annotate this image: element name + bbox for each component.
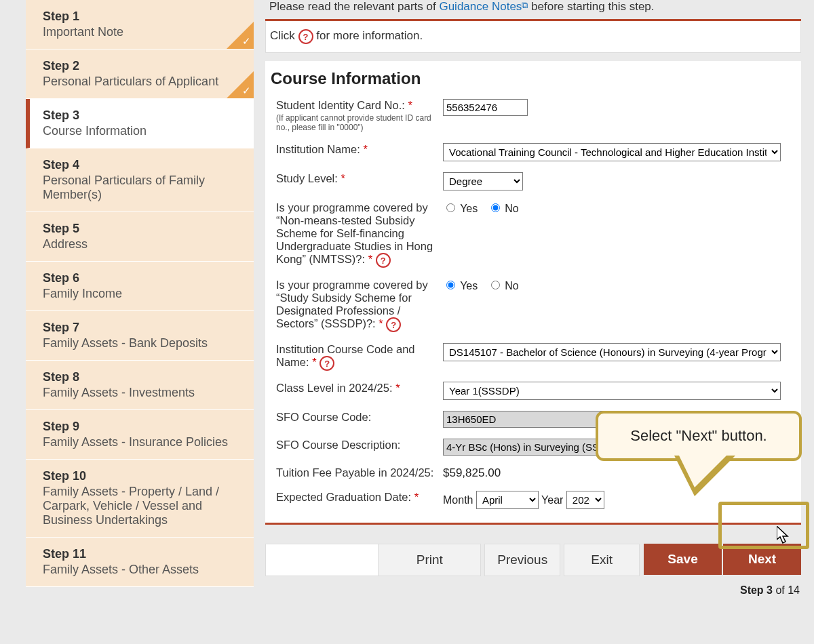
row-grad: Expected Graduation Date: * Month April … xyxy=(276,485,796,515)
class-level-select[interactable]: Year 1(SSSDP) xyxy=(443,382,781,400)
print-button[interactable]: Print xyxy=(378,544,481,576)
grad-year-select[interactable]: 2026 xyxy=(566,491,604,509)
year-label: Year xyxy=(541,494,563,506)
exit-button[interactable]: Exit xyxy=(564,544,640,576)
step-title: Family Assets - Property / Land / Carpar… xyxy=(43,485,240,527)
radio-nmtss-yes-label[interactable]: Yes xyxy=(443,203,478,214)
course-form: Student Identity Card No.: * (If applica… xyxy=(265,94,801,525)
label-institution: Institution Name: * xyxy=(276,143,443,156)
sidebar-step-10[interactable]: Step 10 Family Assets - Property / Land … xyxy=(26,460,254,538)
step-title: Personal Particulars of Family Member(s) xyxy=(43,174,240,202)
label-course-code: Institution Course Code and Name: * ? xyxy=(276,343,443,371)
label-grad: Expected Graduation Date: * xyxy=(276,491,443,504)
month-label: Month xyxy=(443,494,473,506)
info-pre: Click xyxy=(270,29,298,42)
required-mark: * xyxy=(363,143,367,155)
step-num: Step 8 xyxy=(43,370,240,384)
step-title: Address xyxy=(43,237,240,251)
field-grad: Month April Year 2026 xyxy=(443,491,796,509)
previous-button[interactable]: Previous xyxy=(484,544,560,576)
step-current: Step 3 xyxy=(740,584,773,596)
label-study-level: Study Level: * xyxy=(276,172,443,185)
sidebar-step-5[interactable]: Step 5 Address xyxy=(26,212,254,262)
field-class-level: Year 1(SSSDP) xyxy=(443,382,796,400)
sidebar-step-2[interactable]: Step 2 Personal Particulars of Applicant… xyxy=(26,49,254,99)
step-num: Step 6 xyxy=(43,271,240,285)
field-sfo-code xyxy=(443,411,796,428)
student-id-input[interactable] xyxy=(443,99,528,116)
button-label: Next xyxy=(748,552,776,567)
radio-nmtss-no-label[interactable]: No xyxy=(488,203,519,214)
sidebar-step-4[interactable]: Step 4 Personal Particulars of Family Me… xyxy=(26,148,254,212)
step-num: Step 1 xyxy=(43,9,240,24)
label-sub: (If applicant cannot provide student ID … xyxy=(276,113,438,132)
sidebar-step-11[interactable]: Step 11 Family Assets - Other Assets xyxy=(26,538,254,587)
required-mark: * xyxy=(379,317,383,329)
sidebar-step-8[interactable]: Step 8 Family Assets - Investments xyxy=(26,361,254,410)
sidebar-step-9[interactable]: Step 9 Family Assets - Insurance Policie… xyxy=(26,410,254,460)
label-text: Institution Name: xyxy=(276,143,360,155)
sfo-desc-input xyxy=(443,439,762,456)
save-button[interactable]: Save xyxy=(644,544,722,575)
field-nmtss: Yes No xyxy=(443,201,796,215)
required-mark: * xyxy=(341,172,345,184)
main-content: Please read the relevant parts of Guidan… xyxy=(265,0,801,597)
study-level-select[interactable]: Degree xyxy=(443,172,523,190)
step-num: Step 10 xyxy=(43,469,240,483)
step-title: Family Income xyxy=(43,287,240,301)
step-num: Step 9 xyxy=(43,420,240,434)
radio-sssdp-no[interactable] xyxy=(491,281,500,289)
button-label: Save xyxy=(667,552,697,567)
button-label: Previous xyxy=(497,552,547,567)
field-study-level: Degree xyxy=(443,172,796,190)
step-title: Family Assets - Bank Deposits xyxy=(43,336,240,350)
label-text: Class Level in 2024/25: xyxy=(276,382,393,394)
external-link-icon: ⧉ xyxy=(522,0,528,10)
label-sssdp: Is your programme covered by “Study Subs… xyxy=(276,279,443,332)
check-icon: ✓ xyxy=(242,85,251,97)
guidance-link[interactable]: Guidance Notes⧉ xyxy=(439,0,528,13)
label-text: Is your programme covered by “Study Subs… xyxy=(276,279,428,329)
tuition-value: $59,825.00 xyxy=(443,466,796,480)
guidance-link-text: Guidance Notes xyxy=(439,0,522,13)
label-text: Study Level: xyxy=(276,172,338,184)
help-icon[interactable]: ? xyxy=(376,253,391,268)
step-title: Course Information xyxy=(43,124,240,138)
label-class-level: Class Level in 2024/25: * xyxy=(276,382,443,395)
radio-sssdp-yes-label[interactable]: Yes xyxy=(443,280,478,291)
required-mark: * xyxy=(414,491,419,503)
section-title: Course Information xyxy=(265,61,801,94)
radio-nmtss-yes[interactable] xyxy=(446,203,455,212)
sidebar-step-7[interactable]: Step 7 Family Assets - Bank Deposits xyxy=(26,311,254,361)
radio-sssdp-no-label[interactable]: No xyxy=(488,280,519,291)
row-nmtss: Is your programme covered by “Non-means-… xyxy=(276,196,796,273)
button-label: Exit xyxy=(591,552,613,567)
label-text: Is your programme covered by “Non-means-… xyxy=(276,201,433,265)
field-institution: Vocational Training Council - Technologi… xyxy=(443,143,796,161)
help-icon[interactable]: ? xyxy=(386,317,401,332)
label-text: Institution Course Code and Name: xyxy=(276,343,415,368)
radio-sssdp-yes[interactable] xyxy=(446,281,455,289)
help-icon[interactable]: ? xyxy=(298,29,313,44)
button-row: Print Previous Exit Save Next xyxy=(265,544,801,576)
sidebar-step-6[interactable]: Step 6 Family Income xyxy=(26,262,254,311)
help-icon[interactable]: ? xyxy=(319,356,334,371)
info-post: for more information. xyxy=(316,29,423,42)
required-mark: * xyxy=(408,99,412,111)
label-text: Student Identity Card No.: xyxy=(276,99,405,111)
info-row: Click ? for more information. xyxy=(265,21,801,53)
radio-text: Yes xyxy=(460,280,478,291)
course-code-select[interactable]: DS145107 - Bachelor of Science (Honours)… xyxy=(443,343,781,361)
grad-month-select[interactable]: April xyxy=(476,491,539,509)
sidebar: Step 1 Important Note ✓ Step 2 Personal … xyxy=(26,0,254,587)
institution-select[interactable]: Vocational Training Council - Technologi… xyxy=(443,143,781,161)
guidance-pre: Please read the relevant parts of xyxy=(269,0,439,13)
next-button[interactable]: Next xyxy=(723,544,801,575)
label-student-id: Student Identity Card No.: * (If applica… xyxy=(276,99,443,132)
sidebar-step-3[interactable]: Step 3 Course Information xyxy=(26,99,254,148)
field-sssdp: Yes No xyxy=(443,279,796,292)
required-mark: * xyxy=(368,253,372,265)
radio-nmtss-no[interactable] xyxy=(491,203,500,212)
field-sfo-desc xyxy=(443,439,796,456)
sidebar-step-1[interactable]: Step 1 Important Note ✓ xyxy=(26,0,254,49)
